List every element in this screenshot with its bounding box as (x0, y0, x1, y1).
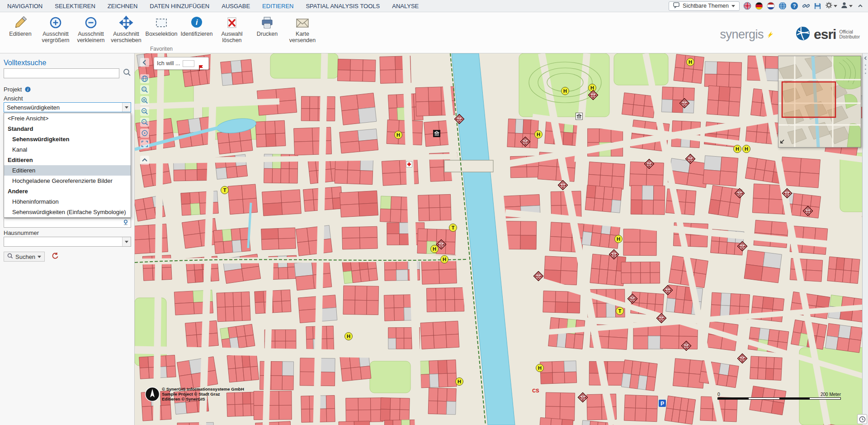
minimap-resize-icon[interactable] (779, 138, 785, 146)
iwill-input[interactable] (183, 60, 194, 67)
globe-icon[interactable] (778, 2, 787, 10)
collapse-toolbar-icon[interactable] (140, 156, 149, 165)
map-canvas[interactable]: HHHHHHHHHHHHHTTTCSP Ich will ... (135, 53, 868, 425)
chevron-down-icon (122, 237, 131, 246)
help-icon[interactable]: ? (790, 2, 798, 10)
map-tool-zoom-in-icon[interactable] (140, 96, 149, 105)
menu-tab-spatial-analysis-tools[interactable]: SPATIAL ANALYSIS TOOLS (306, 3, 380, 10)
toolbar-button-karte-versenden[interactable]: Karte versenden (285, 15, 320, 43)
menu-tab-zeichnen[interactable]: ZEICHNEN (108, 3, 137, 10)
view-dropdown-list: <Freie Ansicht>StandardSehenswürdigkeite… (4, 113, 131, 218)
esri-logo: esri OfficialDistributor (795, 26, 860, 43)
map-marker-H[interactable]: H (441, 256, 448, 263)
map-marker-T[interactable]: T (221, 186, 229, 194)
map-marker-cs[interactable]: CS (532, 388, 539, 393)
view-option-editieren[interactable]: Editieren (4, 155, 131, 165)
svg-text:T: T (618, 308, 622, 314)
toolbar-button-identifizieren[interactable]: iIdentifizieren (179, 15, 214, 37)
map-image[interactable]: HHHHHHHHHHHHHTTTCSP (135, 53, 868, 425)
map-marker-H[interactable]: H (589, 84, 596, 92)
svg-text:T: T (223, 187, 226, 193)
link-icon[interactable] (802, 2, 810, 10)
map-marker-T[interactable]: T (616, 307, 624, 315)
map-marker-H[interactable]: H (345, 333, 353, 340)
map-tool-zoom-out-icon[interactable] (140, 107, 149, 116)
map-marker-H[interactable]: H (734, 145, 741, 153)
search-button[interactable]: Suchen (4, 252, 45, 262)
pencil-icon (13, 15, 28, 30)
flag-nl-icon[interactable] (766, 2, 775, 10)
toolbar-button-ausschnitt-verschieben[interactable]: Ausschnitt verschieben (108, 15, 144, 43)
menu-tab-navigation[interactable]: NAVIGATION (7, 3, 42, 10)
branding: synergis esri OfficialDistributor (720, 26, 860, 43)
toolbar-button-drucken[interactable]: Drucken (250, 15, 285, 37)
map-marker-H[interactable]: H (456, 378, 463, 386)
svg-text:P: P (660, 401, 664, 407)
map-tool-center-icon[interactable] (140, 129, 149, 138)
toolbar-button-auswahl-l-schen[interactable]: Auswahl löschen (214, 15, 250, 43)
menu-tab-ausgabe[interactable]: AUSGABE (222, 3, 250, 10)
scale-distance: 200 Meter (821, 392, 841, 397)
view-option-editieren[interactable]: Editieren (4, 165, 131, 176)
user-menu-button[interactable] (840, 1, 853, 11)
view-option-andere[interactable]: Andere (4, 186, 131, 196)
map-marker-parking[interactable]: P (659, 400, 666, 407)
settings-menu-button[interactable] (825, 1, 837, 11)
save-icon[interactable] (813, 2, 822, 10)
map-tool-globe-icon[interactable] (140, 74, 149, 83)
menu-tab-daten-hinzuf-gen[interactable]: DATEN HINZUFÜGEN (150, 3, 209, 10)
map-marker-museum-dark[interactable] (434, 130, 440, 137)
map-tool-previous-extent-icon[interactable] (140, 118, 149, 127)
view-select[interactable]: Sehenswürdigkeiten (4, 102, 131, 112)
toolbar-button-ausschnitt-verkleinern[interactable]: Ausschnitt verkleinern (73, 15, 108, 43)
map-tool-full-extent-icon[interactable] (140, 139, 149, 148)
collapse-ribbon-icon[interactable] (856, 2, 864, 10)
svg-text:H: H (736, 146, 739, 152)
flag-uk-icon[interactable] (743, 2, 751, 10)
view-option-kanal[interactable]: Kanal (4, 144, 131, 155)
reset-icon[interactable] (51, 252, 59, 262)
print-icon (260, 15, 274, 30)
map-tool-zoom-window-icon[interactable] (140, 85, 149, 94)
view-option-h-heninformation[interactable]: Höheninformation (4, 196, 131, 207)
view-option-sehensw-rdigkeiten[interactable]: Sehenswürdigkeiten (4, 134, 131, 144)
ribbon-group-label: Favoriten (144, 46, 179, 52)
locate-pin-icon[interactable] (123, 219, 129, 227)
view-option-standard[interactable]: Standard (4, 124, 131, 134)
search-icon[interactable] (123, 68, 131, 78)
view-option-hochgeladene-georeferenzierte-bilder[interactable]: Hochgeladene Georeferenzierte Bilder (4, 176, 131, 186)
menu-tab-editieren[interactable]: EDITIEREN (262, 3, 293, 10)
menu-tab-analyse[interactable]: ANALYSE (392, 3, 419, 10)
view-option-freie-ansicht[interactable]: <Freie Ansicht> (4, 113, 131, 124)
map-marker-H[interactable]: H (743, 145, 750, 153)
toolbar-button-ausschnitt-vergr-ern[interactable]: Ausschnitt vergrößern (38, 15, 73, 43)
svg-text:T: T (452, 225, 455, 230)
map-marker-H[interactable]: H (615, 235, 623, 243)
visible-themes-button[interactable]: Sichtbare Themen (669, 1, 740, 11)
map-marker-H[interactable]: H (395, 131, 402, 139)
info-icon[interactable]: i (25, 87, 31, 94)
history-clock-button[interactable] (857, 414, 867, 424)
hausnummer-select[interactable] (4, 237, 131, 247)
map-marker-H[interactable]: H (535, 131, 542, 138)
map-marker-museum-light[interactable] (576, 113, 583, 120)
toolbar-button-boxselektion[interactable]: Boxselektion (144, 15, 179, 37)
street-field[interactable] (4, 218, 131, 228)
flag-de-icon[interactable] (755, 2, 763, 10)
map-marker-cross[interactable] (406, 162, 412, 167)
toolbar-button-editieren[interactable]: Editieren (3, 15, 38, 37)
fulltext-search-input[interactable] (4, 68, 119, 78)
collapse-sidebar-icon[interactable] (140, 58, 149, 67)
overview-map[interactable] (778, 56, 861, 148)
menu-tab-selektieren[interactable]: SELEKTIEREN (55, 3, 95, 10)
view-option-sehensw-rdigkeiten-einfache-symbologie[interactable]: Sehenswürdigkeiten (Einfache Symbologie) (4, 207, 131, 217)
map-marker-H[interactable]: H (561, 87, 569, 95)
box-select-icon (154, 15, 169, 30)
map-marker-T[interactable]: T (449, 224, 457, 232)
right-panel-handle[interactable] (862, 53, 868, 425)
map-marker-H[interactable]: H (431, 245, 439, 253)
svg-text:H: H (745, 146, 748, 152)
fulltext-search-title[interactable]: Volltextsuche (4, 59, 46, 67)
map-marker-H[interactable]: H (536, 364, 544, 372)
map-marker-H[interactable]: H (687, 58, 694, 66)
